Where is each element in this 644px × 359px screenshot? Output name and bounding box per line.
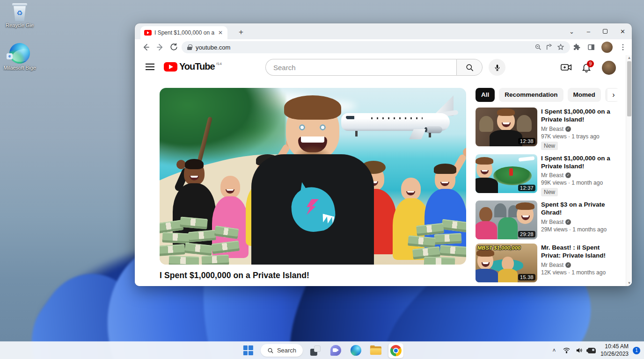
- recycle-bin-icon: ♻: [12, 3, 28, 21]
- browser-menu-icon[interactable]: [619, 43, 627, 51]
- video-title: Spent $3 on a Private Ghrad!: [541, 201, 620, 217]
- video-duration: 29:28: [518, 231, 535, 237]
- browser-window: I Spent $1,000,000 on a Privats ✕ + ⌄ – …: [135, 23, 632, 286]
- mrbeast-figure: [286, 100, 339, 160]
- chip-recommendation[interactable]: Recommendation: [499, 88, 563, 102]
- taskbar: Search ˄ 10:45 AM 10/26/2023 1: [0, 342, 644, 359]
- filter-chips-bar: All Recommendation Momed N ›: [476, 88, 620, 102]
- task-view-icon: [310, 345, 321, 356]
- windows-logo-icon: [243, 345, 253, 355]
- share-icon[interactable]: [546, 43, 553, 51]
- lock-icon: [187, 44, 192, 50]
- friend-pink-top: [220, 176, 240, 198]
- new-badge: New: [541, 142, 558, 150]
- notification-count-badge: 9: [587, 60, 594, 67]
- video-duration: 12:37: [518, 185, 535, 191]
- desktop-icon-edge[interactable]: e Milaesoft Bige: [3, 43, 37, 72]
- chip-all[interactable]: All: [476, 88, 495, 102]
- video-duration: 12:38: [518, 138, 535, 144]
- video-thumbnail: 29:28: [476, 201, 537, 239]
- video-thumbnail: MBST $1,000,000 15.38: [476, 244, 537, 282]
- youtube-search-input[interactable]: [265, 59, 456, 76]
- wifi-icon[interactable]: [563, 346, 571, 355]
- related-video-row[interactable]: 29:28 Spent $3 on a Private Ghrad! Mr Be…: [476, 201, 620, 239]
- side-panel-icon[interactable]: [587, 43, 595, 51]
- chat-button[interactable]: [328, 343, 343, 358]
- create-video-icon[interactable]: [561, 63, 572, 72]
- related-videos-column: All Recommendation Momed N › 12:38: [476, 88, 620, 286]
- hamburger-menu-icon[interactable]: [146, 64, 154, 70]
- video-title: I Spent $1,000,000 on a Private Island!: [541, 108, 620, 124]
- video-duration: 15.38: [518, 274, 535, 280]
- start-button[interactable]: [241, 343, 256, 358]
- taskbar-search-label: Search: [277, 347, 296, 354]
- channel-name: Mr Beast: [541, 172, 564, 179]
- youtube-play-icon: [164, 62, 177, 72]
- desktop-icon-recycle-bin[interactable]: ♻ Reaycle Gie: [3, 3, 37, 29]
- window-close-button[interactable]: ✕: [620, 29, 625, 35]
- notifications-bell-icon[interactable]: 9: [581, 62, 592, 72]
- chip-momed[interactable]: Momed: [568, 88, 601, 102]
- chrome-taskbar-button[interactable]: [388, 343, 403, 358]
- tab-search-chevron-icon[interactable]: ⌄: [569, 29, 574, 35]
- forward-button[interactable]: [155, 43, 165, 52]
- channel-name: Mr Beast: [541, 262, 564, 268]
- volume-icon[interactable]: [575, 346, 584, 355]
- zoom-icon[interactable]: [534, 43, 542, 51]
- taskbar-clock[interactable]: 10:45 AM 10/26/2023: [600, 343, 629, 358]
- tray-chevron-up-icon[interactable]: ˄: [550, 346, 558, 355]
- video-meta: 97K views · 1 trays ago: [541, 133, 620, 140]
- youtube-favicon-icon: [144, 30, 152, 36]
- back-button[interactable]: [141, 43, 151, 52]
- youtube-search-button[interactable]: [456, 59, 483, 76]
- edge-label: Milaesoft Bige: [3, 65, 37, 72]
- private-jet-art: [341, 95, 459, 142]
- bookmark-star-icon[interactable]: [557, 43, 564, 51]
- search-icon: [267, 347, 274, 354]
- new-tab-button[interactable]: +: [236, 28, 246, 38]
- clock-time: 10:45 AM: [600, 343, 629, 351]
- browser-tab[interactable]: I Spent $1,000,000 on a Privats ✕: [140, 26, 227, 39]
- youtube-page: YouTube f14 9: [135, 55, 632, 286]
- edge-taskbar-button[interactable]: [348, 343, 363, 358]
- channel-name: Mr Beast: [541, 219, 564, 225]
- verified-check-icon: ✓: [565, 172, 571, 178]
- url-text: youtube.com: [196, 44, 531, 51]
- video-meta: 99K views · 1 month ago: [541, 180, 620, 186]
- related-video-row[interactable]: 12:37 I Spent $1,000,000 on a Private Is…: [476, 154, 620, 197]
- related-video-row[interactable]: MBST $1,000,000 15.38 Mr. Beast! : il Sp…: [476, 244, 620, 282]
- browser-titlebar: I Spent $1,000,000 on a Privats ✕ + ⌄ – …: [135, 23, 632, 39]
- video-meta: 29M views · 1 months ago: [541, 226, 620, 233]
- window-maximize-button[interactable]: [603, 29, 607, 34]
- thumbnail-overlay-text: MBST $1,000,000: [477, 245, 520, 251]
- folder-icon: [370, 346, 381, 355]
- clock-date: 10/26/2023: [600, 351, 629, 358]
- voice-search-mic-button[interactable]: [489, 59, 505, 76]
- page-scrollbar[interactable]: ▲ ▼: [626, 55, 632, 286]
- youtube-wordmark: YouTube: [179, 61, 215, 72]
- reload-button[interactable]: [169, 43, 179, 52]
- file-explorer-button[interactable]: [368, 343, 383, 358]
- tray-camera-icon[interactable]: [588, 346, 596, 355]
- chrome-icon: [390, 345, 402, 356]
- edge-badge-icon: e: [7, 53, 13, 59]
- friend-black-shirt: [184, 162, 205, 185]
- task-view-button[interactable]: [308, 343, 323, 358]
- chips-scroll-right-icon[interactable]: ›: [607, 89, 620, 101]
- related-video-row[interactable]: 12:38 I Spent $1,000,000 on a Private Is…: [476, 108, 620, 150]
- youtube-profile-avatar[interactable]: [602, 61, 616, 75]
- main-video-title: I Spent $1,000,000 on a Private Island!: [160, 271, 309, 280]
- window-minimize-button[interactable]: –: [587, 29, 590, 35]
- extensions-puzzle-icon[interactable]: [572, 43, 581, 51]
- friend-blue-shirt: [435, 167, 455, 191]
- address-bar[interactable]: youtube.com: [182, 41, 570, 53]
- taskbar-search[interactable]: Search: [261, 344, 303, 357]
- scrollbar-up-icon[interactable]: ▲: [626, 55, 632, 61]
- tab-close-icon[interactable]: ✕: [217, 29, 224, 36]
- channel-name: Mr Beast: [541, 126, 564, 132]
- main-video-thumbnail[interactable]: [160, 88, 466, 265]
- youtube-logo[interactable]: YouTube f14: [164, 61, 222, 72]
- scrollbar-thumb[interactable]: [627, 61, 631, 116]
- notification-center-badge[interactable]: 1: [633, 347, 640, 354]
- browser-profile-avatar[interactable]: [601, 42, 613, 53]
